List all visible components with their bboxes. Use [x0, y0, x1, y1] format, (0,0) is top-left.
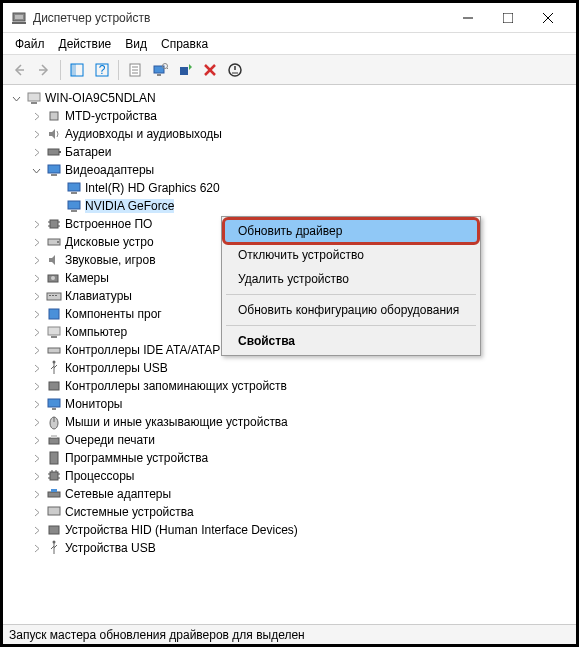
- tree-node-usb-devices[interactable]: Устройства USB: [5, 539, 574, 557]
- chevron-right-icon[interactable]: [29, 415, 43, 429]
- tree-node-monitors[interactable]: Мониторы: [5, 395, 574, 413]
- svg-rect-18: [157, 74, 161, 76]
- tree-node-software-devices[interactable]: Программные устройства: [5, 449, 574, 467]
- tree-leaf-nvidia[interactable]: NVIDIA GeForce: [5, 197, 574, 215]
- tree-node-print-queues[interactable]: Очереди печати: [5, 431, 574, 449]
- usb-icon: [46, 360, 62, 376]
- scan-hardware-button[interactable]: [148, 58, 172, 82]
- svg-rect-47: [52, 295, 54, 296]
- forward-button[interactable]: [32, 58, 56, 82]
- tree-node-storage-controllers[interactable]: Контроллеры запоминающих устройств: [5, 377, 574, 395]
- svg-rect-30: [48, 165, 60, 173]
- ctx-scan-hardware[interactable]: Обновить конфигурацию оборудования: [224, 298, 478, 322]
- disable-button[interactable]: [223, 58, 247, 82]
- toolbar-separator: [118, 60, 119, 80]
- menu-file[interactable]: Файл: [9, 35, 51, 53]
- tree-label: Мониторы: [65, 397, 122, 411]
- chevron-right-icon[interactable]: [29, 361, 43, 375]
- chevron-right-icon[interactable]: [29, 469, 43, 483]
- tree-label: Встроенное ПО: [65, 217, 152, 231]
- chevron-right-icon[interactable]: [29, 343, 43, 357]
- svg-line-20: [167, 68, 168, 69]
- display-icon: [66, 198, 82, 214]
- chevron-right-icon[interactable]: [29, 325, 43, 339]
- chevron-down-icon[interactable]: [9, 91, 23, 105]
- menu-action[interactable]: Действие: [53, 35, 118, 53]
- svg-rect-4: [503, 13, 513, 23]
- chevron-right-icon[interactable]: [29, 109, 43, 123]
- svg-rect-27: [50, 112, 58, 120]
- minimize-button[interactable]: [448, 3, 488, 33]
- tree-node-usb-controllers[interactable]: Контроллеры USB: [5, 359, 574, 377]
- svg-point-53: [53, 361, 56, 364]
- tree-label: Аудиовходы и аудиовыходы: [65, 127, 222, 141]
- tree-label: Компоненты прог: [65, 307, 162, 321]
- spacer: [49, 199, 63, 213]
- maximize-button[interactable]: [488, 3, 528, 33]
- svg-rect-29: [59, 151, 61, 153]
- update-driver-button[interactable]: [173, 58, 197, 82]
- tree-label: Процессоры: [65, 469, 135, 483]
- tree-node-mice[interactable]: Мыши и иные указывающие устройства: [5, 413, 574, 431]
- speaker-icon: [46, 252, 62, 268]
- back-button[interactable]: [7, 58, 31, 82]
- tree-leaf-intel-hd[interactable]: Intel(R) HD Graphics 620: [5, 179, 574, 197]
- menu-view[interactable]: Вид: [119, 35, 153, 53]
- tree-label: Контроллеры IDE ATA/ATAPI: [65, 343, 224, 357]
- usb-icon: [46, 540, 62, 556]
- ctx-remove-device[interactable]: Удалить устройство: [224, 267, 478, 291]
- tree-node-audio[interactable]: Аудиовходы и аудиовыходы: [5, 125, 574, 143]
- show-hide-tree-button[interactable]: [65, 58, 89, 82]
- system-icon: [46, 504, 62, 520]
- chevron-right-icon[interactable]: [29, 253, 43, 267]
- svg-rect-54: [49, 382, 59, 390]
- chevron-right-icon[interactable]: [29, 289, 43, 303]
- svg-rect-35: [71, 210, 77, 212]
- tree-node-mtd[interactable]: MTD-устройства: [5, 107, 574, 125]
- chevron-right-icon[interactable]: [29, 397, 43, 411]
- tree-node-hid[interactable]: Устройства HID (Human Interface Devices): [5, 521, 574, 539]
- tree-node-display-adapters[interactable]: Видеоадаптеры: [5, 161, 574, 179]
- chevron-right-icon[interactable]: [29, 541, 43, 555]
- chevron-right-icon[interactable]: [29, 523, 43, 537]
- help-button[interactable]: ?: [90, 58, 114, 82]
- chevron-right-icon[interactable]: [29, 127, 43, 141]
- chevron-right-icon[interactable]: [29, 235, 43, 249]
- chevron-right-icon[interactable]: [29, 433, 43, 447]
- chevron-right-icon[interactable]: [29, 145, 43, 159]
- tree-node-processors[interactable]: Процессоры: [5, 467, 574, 485]
- tree-node-batteries[interactable]: Батареи: [5, 143, 574, 161]
- svg-rect-32: [68, 183, 80, 191]
- tree-label: Устройства USB: [65, 541, 156, 555]
- tree-label: NVIDIA GeForce: [85, 199, 174, 213]
- ctx-properties[interactable]: Свойства: [224, 329, 478, 353]
- menu-help[interactable]: Справка: [155, 35, 214, 53]
- context-separator: [226, 294, 476, 295]
- context-menu: Обновить драйвер Отключить устройство Уд…: [221, 216, 481, 356]
- chevron-right-icon[interactable]: [29, 217, 43, 231]
- close-button[interactable]: [528, 3, 568, 33]
- tree-node-system[interactable]: Системные устройства: [5, 503, 574, 521]
- tree-label: MTD-устройства: [65, 109, 157, 123]
- uninstall-button[interactable]: [198, 58, 222, 82]
- chevron-right-icon[interactable]: [29, 271, 43, 285]
- chevron-right-icon[interactable]: [29, 505, 43, 519]
- battery-icon: [46, 144, 62, 160]
- tree-node-network[interactable]: Сетевые адаптеры: [5, 485, 574, 503]
- chevron-right-icon[interactable]: [29, 487, 43, 501]
- svg-rect-34: [68, 201, 80, 209]
- tree-root[interactable]: WIN-OIA9C5NDLAN: [5, 89, 574, 107]
- tree-label: Клавиатуры: [65, 289, 132, 303]
- svg-rect-69: [48, 492, 60, 497]
- chevron-down-icon[interactable]: [29, 163, 43, 177]
- properties-button[interactable]: [123, 58, 147, 82]
- chevron-right-icon[interactable]: [29, 451, 43, 465]
- chevron-right-icon[interactable]: [29, 307, 43, 321]
- chevron-right-icon[interactable]: [29, 379, 43, 393]
- tree-label: Программные устройства: [65, 451, 208, 465]
- disk-icon: [46, 234, 62, 250]
- svg-rect-46: [49, 295, 51, 296]
- svg-rect-60: [51, 435, 57, 438]
- ctx-disable-device[interactable]: Отключить устройство: [224, 243, 478, 267]
- ctx-update-driver[interactable]: Обновить драйвер: [222, 217, 480, 245]
